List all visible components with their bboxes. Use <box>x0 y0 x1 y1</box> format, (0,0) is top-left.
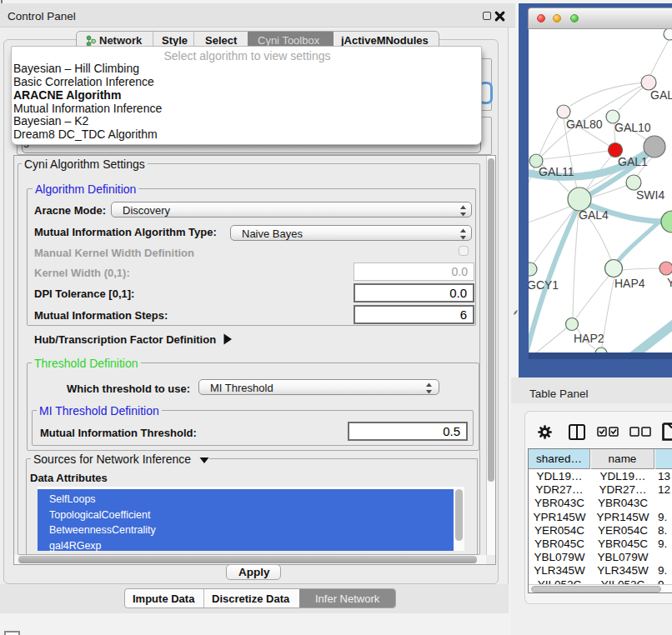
svg-text:GAL80: GAL80 <box>566 118 603 131</box>
svg-text:GAL10: GAL10 <box>614 121 651 134</box>
svg-text:GAL11: GAL11 <box>539 165 574 178</box>
svg-text:GAL1: GAL1 <box>618 155 648 168</box>
svg-text:HAP4: HAP4 <box>614 277 645 290</box>
svg-text:SWI4: SWI4 <box>636 188 664 202</box>
svg-text:GAL: GAL <box>650 88 672 102</box>
svg-text:Y: Y <box>667 276 672 289</box>
svg-text:GCY1: GCY1 <box>529 278 559 292</box>
svg-text:HAP2: HAP2 <box>574 332 604 345</box>
svg-text:GAL4: GAL4 <box>579 208 609 222</box>
